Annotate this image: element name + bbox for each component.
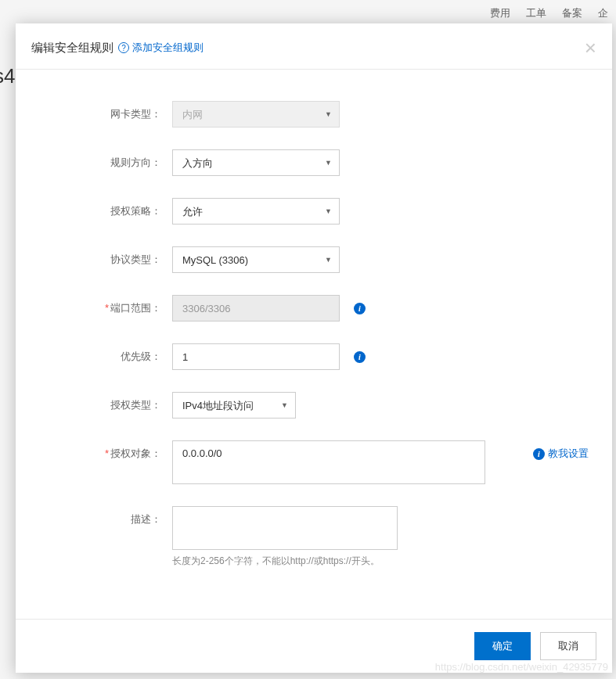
label-auth-type: 授权类型： [31, 392, 172, 412]
row-protocol: 协议类型： MySQL (3306) [31, 246, 596, 273]
confirm-button[interactable]: 确定 [474, 632, 531, 660]
label-port-range: *端口范围： [31, 295, 172, 315]
auth-policy-select[interactable]: 允许 [172, 198, 340, 225]
priority-input[interactable] [172, 343, 340, 370]
auth-object-textarea[interactable]: 0.0.0.0/0 [172, 440, 485, 484]
port-range-input [172, 295, 340, 322]
info-icon: i [533, 448, 545, 460]
label-nic-type: 网卡类型： [31, 101, 172, 121]
nav-icp[interactable]: 备案 [562, 6, 582, 20]
nav-workorder[interactable]: 工单 [526, 6, 546, 20]
teach-me-text: 教我设置 [548, 447, 589, 461]
modal-title: 编辑安全组规则 [31, 41, 113, 56]
label-direction: 规则方向： [31, 149, 172, 170]
modal-body: 网卡类型： 内网 规则方向： 入方向 授权策略： [16, 70, 612, 619]
nav-billing[interactable]: 费用 [490, 6, 510, 20]
label-auth-object: *授权对象： [31, 440, 172, 461]
direction-select[interactable]: 入方向 [172, 149, 340, 176]
label-protocol: 协议类型： [31, 246, 172, 267]
row-direction: 规则方向： 入方向 [31, 149, 596, 176]
top-nav: 费用 工单 备案 企 [482, 0, 616, 27]
row-description: 描述： 长度为2-256个字符，不能以http://或https://开头。 [31, 506, 596, 568]
background-text: s4 [0, 64, 15, 88]
protocol-select[interactable]: MySQL (3306) [172, 246, 340, 273]
close-icon[interactable]: × [585, 38, 596, 58]
label-auth-policy: 授权策略： [31, 198, 172, 218]
label-description: 描述： [31, 506, 172, 526]
teach-me-link[interactable]: i 教我设置 [533, 440, 589, 461]
row-nic-type: 网卡类型： 内网 [31, 101, 596, 128]
row-port-range: *端口范围： i [31, 295, 596, 322]
modal-footer: 确定 取消 [16, 619, 612, 673]
cancel-button[interactable]: 取消 [540, 632, 596, 660]
modal-header: 编辑安全组规则 ? 添加安全组规则 × [16, 23, 612, 70]
row-auth-type: 授权类型： IPv4地址段访问 [31, 392, 596, 419]
nic-type-select: 内网 [172, 101, 340, 128]
row-auth-object: *授权对象： 0.0.0.0/0 i 教我设置 [31, 440, 596, 484]
nav-enterprise[interactable]: 企 [598, 6, 608, 20]
edit-security-group-rule-modal: 编辑安全组规则 ? 添加安全组规则 × 网卡类型： 内网 规则方向： 入方向 [16, 23, 612, 673]
description-hint: 长度为2-256个字符，不能以http://或https://开头。 [172, 555, 398, 568]
info-icon[interactable]: i [354, 351, 366, 363]
label-priority: 优先级： [31, 343, 172, 364]
description-textarea[interactable] [172, 506, 398, 550]
help-icon[interactable]: ? [118, 42, 129, 53]
row-priority: 优先级： i [31, 343, 596, 370]
row-auth-policy: 授权策略： 允许 [31, 198, 596, 225]
add-rule-link[interactable]: 添加安全组规则 [132, 41, 204, 55]
info-icon[interactable]: i [354, 303, 366, 314]
auth-type-select[interactable]: IPv4地址段访问 [172, 392, 296, 419]
